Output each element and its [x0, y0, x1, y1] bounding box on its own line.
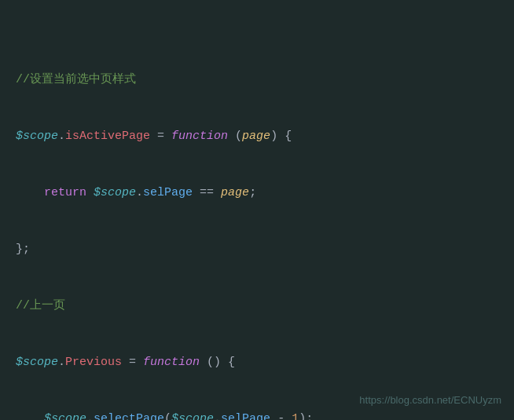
line-2: $scope.isActivePage = function (page) { — [16, 127, 498, 146]
watermark: https://blog.csdn.net/ECNUyzm — [359, 393, 501, 409]
code-container: //设置当前选中页样式 $scope.isActivePage = functi… — [0, 0, 514, 420]
line-6: $scope.Previous = function () { — [16, 353, 498, 372]
line-7: $scope.selectPage($scope.selPage - 1); — [16, 410, 498, 420]
code-block: //设置当前选中页样式 $scope.isActivePage = functi… — [16, 14, 498, 420]
line-1: //设置当前选中页样式 — [16, 71, 498, 89]
line-4: }; — [16, 240, 498, 259]
line-5: //上一页 — [16, 297, 498, 316]
line-3: return $scope.selPage == page; — [16, 184, 498, 203]
